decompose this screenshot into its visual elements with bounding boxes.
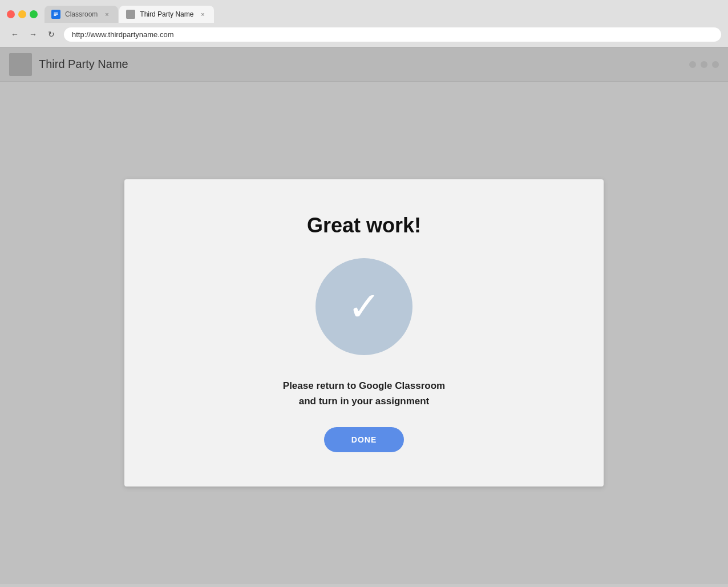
site-header-dots	[689, 61, 719, 68]
modal-message-line2: and turn in your assignment	[299, 396, 430, 407]
browser-chrome: Classroom × Third Party Name × ← → ↻	[0, 0, 728, 47]
tab-classroom[interactable]: Classroom ×	[45, 6, 118, 23]
tab-thirdparty[interactable]: Third Party Name ×	[119, 6, 214, 23]
thirdparty-favicon	[126, 10, 135, 19]
minimize-button[interactable]	[18, 10, 26, 18]
title-bar: Classroom × Third Party Name ×	[0, 0, 728, 23]
address-bar-input[interactable]	[64, 27, 721, 42]
tab-list: Classroom × Third Party Name ×	[45, 6, 721, 23]
traffic-lights	[7, 10, 38, 18]
header-dot-1	[689, 61, 696, 68]
site-header: Third Party Name	[0, 47, 728, 82]
svg-rect-3	[54, 15, 56, 17]
site-title: Third Party Name	[39, 58, 128, 71]
checkmark-icon: ✓	[347, 287, 381, 327]
modal-message: Please return to Google Classroom and tu…	[283, 378, 445, 409]
done-button[interactable]: DONE	[324, 427, 404, 452]
close-button[interactable]	[7, 10, 15, 18]
page-body: Great work! ✓ Please return to Google Cl…	[0, 82, 728, 584]
forward-button[interactable]: →	[25, 26, 41, 42]
classroom-tab-label: Classroom	[65, 10, 98, 18]
modal-card: Great work! ✓ Please return to Google Cl…	[124, 179, 604, 487]
reload-button[interactable]: ↻	[43, 26, 59, 42]
nav-buttons: ← → ↻	[7, 26, 59, 42]
address-bar-row: ← → ↻	[0, 23, 728, 47]
back-button[interactable]: ←	[7, 26, 23, 42]
svg-rect-2	[54, 14, 58, 15]
site-logo	[9, 53, 32, 76]
modal-title: Great work!	[307, 214, 421, 238]
header-dot-2	[701, 61, 707, 68]
thirdparty-tab-label: Third Party Name	[140, 10, 193, 18]
classroom-tab-close[interactable]: ×	[102, 10, 111, 19]
maximize-button[interactable]	[30, 10, 38, 18]
checkmark-circle: ✓	[316, 258, 412, 355]
header-dot-3	[712, 61, 719, 68]
thirdparty-tab-close[interactable]: ×	[198, 10, 207, 19]
site-header-left: Third Party Name	[9, 53, 128, 76]
svg-rect-1	[54, 13, 58, 14]
modal-message-line1: Please return to Google Classroom	[283, 380, 445, 391]
classroom-favicon	[51, 10, 60, 19]
